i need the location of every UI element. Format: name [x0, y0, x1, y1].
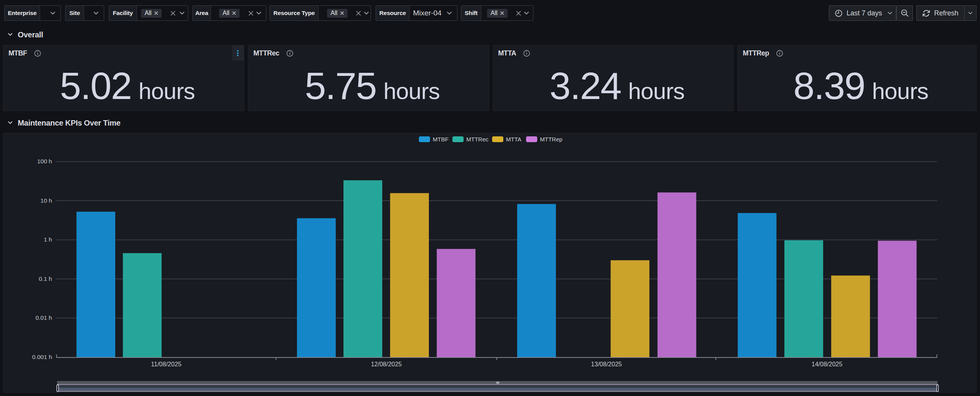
svg-text:10 h: 10 h — [40, 197, 52, 204]
svg-text:11/08/2025: 11/08/2025 — [151, 361, 182, 367]
svg-text:12/08/2025: 12/08/2025 — [371, 361, 402, 367]
svg-text:0.01 h: 0.01 h — [35, 314, 52, 321]
svg-text:1 h: 1 h — [44, 236, 52, 243]
svg-text:MTBF: MTBF — [433, 136, 449, 143]
svg-text:0.1 h: 0.1 h — [39, 275, 52, 282]
svg-text:MTTRec: MTTRec — [466, 136, 489, 143]
svg-text:14/08/2025: 14/08/2025 — [811, 361, 842, 367]
svg-text:13/08/2025: 13/08/2025 — [591, 361, 622, 367]
svg-text:MTTA: MTTA — [506, 136, 521, 143]
svg-text:100 h: 100 h — [37, 158, 52, 164]
svg-text:MTTRep: MTTRep — [540, 136, 562, 143]
svg-text:0.001 h: 0.001 h — [32, 354, 52, 360]
